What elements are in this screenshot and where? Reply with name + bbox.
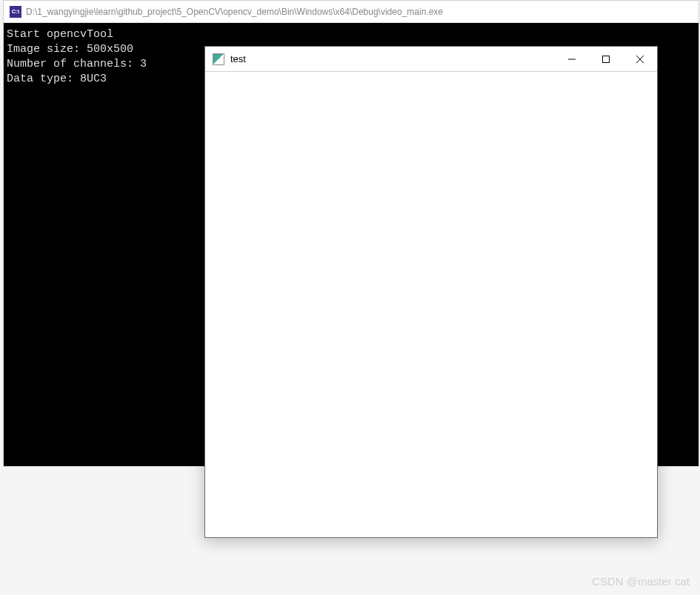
maximize-icon: [602, 56, 610, 63]
image-canvas: [205, 72, 657, 537]
console-line: Number of channels: 3: [7, 58, 147, 70]
svg-rect-1: [603, 56, 610, 62]
minimize-button[interactable]: [555, 47, 589, 71]
close-button[interactable]: [623, 47, 657, 71]
console-line: Image size: 500x500: [7, 43, 133, 56]
cmd-icon: C:\: [10, 6, 21, 18]
image-window: test: [204, 46, 658, 538]
console-line: Start opencvTool: [7, 28, 113, 41]
console-titlebar[interactable]: C:\ D:\1_wangyingjie\learn\github_projec…: [4, 1, 699, 23]
minimize-icon: [568, 56, 576, 63]
close-icon: [636, 56, 644, 63]
image-window-titlebar[interactable]: test: [205, 47, 657, 72]
watermark-text: CSDN @master cat: [592, 575, 690, 588]
image-window-title: test: [230, 53, 555, 64]
opencv-window-icon: [213, 53, 224, 65]
maximize-button[interactable]: [589, 47, 623, 71]
console-title: D:\1_wangyingjie\learn\github_project\5_…: [26, 7, 443, 17]
window-controls: [555, 47, 657, 71]
console-line: Data type: 8UC3: [7, 73, 107, 85]
